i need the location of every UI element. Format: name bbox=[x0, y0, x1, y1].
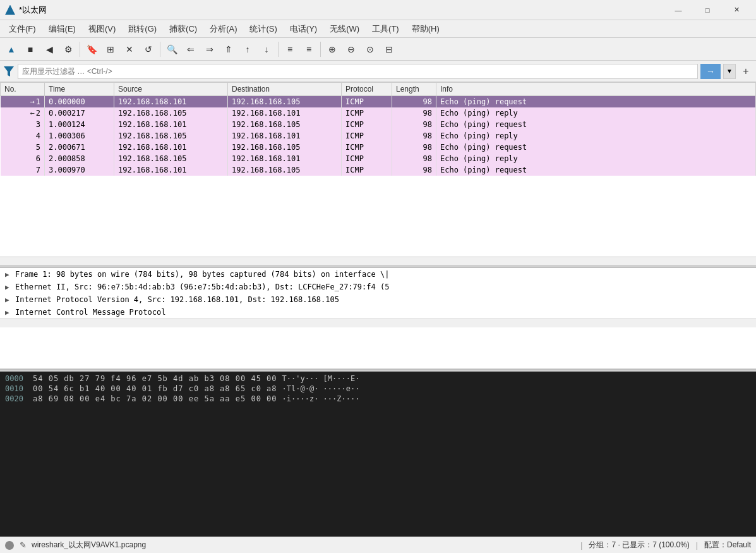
detail-row[interactable]: ▶Ethernet II, Src: 96:e7:5b:4d:ab:b3 (96… bbox=[0, 281, 756, 293]
forward-icon[interactable]: ⇒ bbox=[201, 40, 219, 58]
filter-input[interactable] bbox=[18, 64, 698, 79]
statusbar: ✎ wireshark_以太网V9AVK1.pcapng | 分组：7 · 已显… bbox=[0, 537, 756, 553]
menu-item-g[interactable]: 跳转(G) bbox=[122, 21, 163, 37]
cell-time: 2.000671 bbox=[45, 142, 114, 153]
stop-icon[interactable]: ■ bbox=[21, 40, 39, 58]
table-row[interactable]: 52.000671192.168.168.101192.168.168.105I… bbox=[1, 142, 756, 153]
table-row[interactable]: 62.000858192.168.168.105192.168.168.101I… bbox=[1, 153, 756, 164]
grid-icon[interactable]: ⊞ bbox=[102, 40, 119, 58]
jump-icon[interactable]: ⇑ bbox=[220, 40, 237, 58]
cell-destination: 192.168.168.101 bbox=[228, 107, 342, 119]
status-indicator bbox=[5, 541, 14, 550]
menu-item-s[interactable]: 统计(S) bbox=[243, 21, 283, 37]
detail-row[interactable]: ▶Internet Protocol Version 4, Src: 192.1… bbox=[0, 293, 756, 306]
cell-info: Echo (ping) reply bbox=[436, 130, 756, 142]
detail-row[interactable]: ▶Internet Control Message Protocol bbox=[0, 306, 756, 319]
detail-row[interactable]: ▶Frame 1: 98 bytes on wire (784 bits), 9… bbox=[0, 268, 756, 281]
refresh-icon[interactable]: ↺ bbox=[140, 40, 157, 58]
col-header-no[interactable]: No. bbox=[1, 83, 45, 96]
status-separator-2: | bbox=[696, 541, 698, 550]
filter-dropdown-button[interactable]: ▼ bbox=[723, 64, 736, 79]
table-row[interactable]: →10.000000192.168.168.101192.168.168.105… bbox=[1, 96, 756, 108]
col-header-destination[interactable]: Destination bbox=[228, 83, 342, 96]
menu-item-w[interactable]: 无线(W) bbox=[323, 21, 366, 37]
separator2 bbox=[160, 42, 160, 57]
cell-time: 3.000970 bbox=[45, 164, 114, 176]
packet-detail-hscroll[interactable] bbox=[0, 319, 756, 327]
cell-time: 1.000124 bbox=[45, 119, 114, 130]
cell-info: Echo (ping) request bbox=[436, 96, 756, 108]
titlebar-left: *以太网 bbox=[5, 4, 47, 16]
colorize-icon[interactable]: ≡ bbox=[281, 40, 299, 58]
bytes-row: 001000 54 6c b1 40 00 40 01 fb d7 c0 a8 … bbox=[5, 384, 751, 393]
menu-item-c[interactable]: 捕获(C) bbox=[163, 21, 203, 37]
cell-info: Echo (ping) request bbox=[436, 119, 756, 130]
cell-no: 3 bbox=[1, 119, 45, 130]
window-controls[interactable]: — □ ✕ bbox=[664, 0, 751, 20]
cell-source: 192.168.168.105 bbox=[114, 153, 228, 164]
cell-destination: 192.168.168.105 bbox=[228, 164, 342, 176]
detail-row-text: Ethernet II, Src: 96:e7:5b:4d:ab:b3 (96:… bbox=[15, 283, 389, 291]
col-header-protocol[interactable]: Protocol bbox=[342, 83, 392, 96]
table-row[interactable]: 41.000306192.168.168.105192.168.168.101I… bbox=[1, 130, 756, 142]
cell-no: ←2 bbox=[1, 107, 45, 119]
table-row[interactable]: 73.000970192.168.168.101192.168.168.105I… bbox=[1, 164, 756, 176]
cell-info: Echo (ping) reply bbox=[436, 107, 756, 119]
close-button[interactable]: ✕ bbox=[722, 0, 751, 20]
filter-icon bbox=[3, 65, 15, 78]
search-icon[interactable]: 🔍 bbox=[163, 40, 181, 58]
maximize-button[interactable]: □ bbox=[693, 0, 722, 20]
menu-item-e[interactable]: 编辑(E) bbox=[42, 21, 82, 37]
bytes-hex: 54 05 db 27 79 f4 96 e7 5b 4d ab b3 08 0… bbox=[33, 374, 277, 383]
zoom-in-icon[interactable]: ⊕ bbox=[323, 40, 341, 58]
filter-apply-button[interactable]: → bbox=[700, 64, 721, 79]
cell-length: 98 bbox=[392, 142, 436, 153]
col-header-length[interactable]: Length bbox=[392, 83, 436, 96]
table-row[interactable]: 31.000124192.168.168.101192.168.168.105I… bbox=[1, 119, 756, 130]
status-filename: wireshark_以太网V9AVK1.pcapng bbox=[32, 540, 146, 550]
settings-icon[interactable]: ⚙ bbox=[59, 40, 77, 58]
detail-expand-arrow: ▶ bbox=[5, 296, 15, 304]
menu-item-a[interactable]: 分析(A) bbox=[203, 21, 243, 37]
cell-length: 98 bbox=[392, 153, 436, 164]
menu-item-y[interactable]: 电话(Y) bbox=[284, 21, 323, 37]
cell-no: 6 bbox=[1, 153, 45, 164]
direction-arrow-right: → bbox=[30, 97, 35, 106]
file-icon: ✎ bbox=[18, 540, 28, 550]
cell-protocol: ICMP bbox=[342, 130, 392, 142]
shark-icon[interactable]: ▲ bbox=[3, 40, 20, 58]
col-header-source[interactable]: Source bbox=[114, 83, 228, 96]
cross-icon[interactable]: ✕ bbox=[121, 40, 138, 58]
cell-source: 192.168.168.101 bbox=[114, 96, 228, 108]
menu-item-t[interactable]: 工具(T) bbox=[366, 21, 405, 37]
bookmark-icon[interactable]: 🔖 bbox=[83, 40, 100, 58]
status-config: 配置：Default bbox=[704, 540, 751, 550]
menu-item-f[interactable]: 文件(F) bbox=[3, 21, 42, 37]
zoom-out-icon[interactable]: ⊖ bbox=[342, 40, 360, 58]
detail-row-text: Internet Control Message Protocol bbox=[15, 308, 165, 317]
menu-item-v[interactable]: 视图(V) bbox=[82, 21, 122, 37]
filter-add-button[interactable]: + bbox=[738, 64, 753, 79]
down-icon[interactable]: ↓ bbox=[258, 40, 275, 58]
back-icon[interactable]: ⇐ bbox=[182, 40, 200, 58]
resize-icon[interactable]: ⊟ bbox=[380, 40, 398, 58]
cell-time: 0.000217 bbox=[45, 107, 114, 119]
cell-source: 192.168.168.105 bbox=[114, 130, 228, 142]
window-title: *以太网 bbox=[19, 4, 47, 16]
bytes-hex: a8 69 08 00 e4 bc 7a 02 00 00 ee 5a aa e… bbox=[33, 394, 277, 403]
col-header-time[interactable]: Time bbox=[45, 83, 114, 96]
packet-list-scroll[interactable]: No. Time Source Destination Protocol Len… bbox=[0, 82, 756, 257]
minimize-button[interactable]: — bbox=[664, 0, 693, 20]
cell-protocol: ICMP bbox=[342, 119, 392, 130]
table-row[interactable]: ←20.000217192.168.168.105192.168.168.101… bbox=[1, 107, 756, 119]
packet-bytes[interactable]: 000054 05 db 27 79 f4 96 e7 5b 4d ab b3 … bbox=[0, 372, 756, 537]
separator1 bbox=[80, 42, 80, 57]
zoom-reset-icon[interactable]: ⊙ bbox=[361, 40, 379, 58]
up-icon[interactable]: ↑ bbox=[239, 40, 256, 58]
restart-icon[interactable]: ◀ bbox=[40, 40, 58, 58]
decolorize-icon[interactable]: ≡ bbox=[300, 40, 318, 58]
col-header-info[interactable]: Info bbox=[436, 83, 756, 96]
menu-item-h[interactable]: 帮助(H) bbox=[405, 21, 446, 37]
packet-table: No. Time Source Destination Protocol Len… bbox=[0, 82, 756, 176]
packet-list-hscroll[interactable] bbox=[0, 257, 756, 265]
